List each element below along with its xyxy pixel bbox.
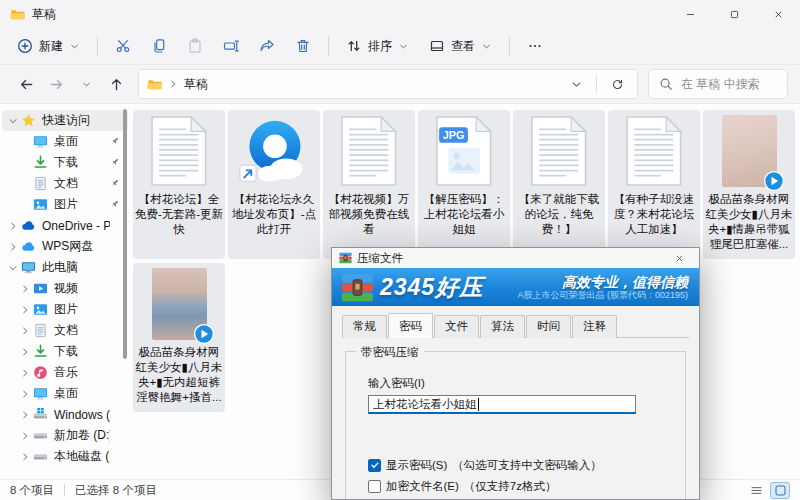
brand-name: 2345好压 <box>380 272 483 303</box>
sidebar-item-this-pc[interactable]: 此电脑 <box>2 257 128 278</box>
view-toggles <box>746 482 790 499</box>
toolbar-more-button[interactable] <box>518 32 552 60</box>
more-icon <box>527 38 543 54</box>
search-input[interactable] <box>681 77 777 91</box>
maximize-button[interactable] <box>712 0 756 28</box>
toolbar-new-button[interactable]: 新建 <box>8 32 89 61</box>
address-bar: 草稿 <box>0 64 800 104</box>
toolbar-delete-button[interactable] <box>286 32 320 60</box>
sidebar-item-drive-d[interactable]: 新加卷 (D:) <box>2 425 128 446</box>
text-caret <box>478 398 479 411</box>
refresh-button[interactable] <box>605 72 629 96</box>
sidebar-item-documents-qa[interactable]: 文档 <box>2 173 128 194</box>
password-input[interactable]: 上村花论坛看小姐姐 <box>368 395 636 414</box>
drive-icon <box>32 428 48 444</box>
chevron-down-icon[interactable] <box>6 261 20 275</box>
dialog-tab-1[interactable]: 密码 <box>388 313 433 338</box>
sidebar-item-documents[interactable]: 文档 <box>2 320 128 341</box>
chevron-right-icon[interactable] <box>18 303 32 317</box>
chevron-right-icon[interactable] <box>18 429 32 443</box>
drive-icon <box>32 449 48 465</box>
item-count: 8 个项目 <box>10 483 54 498</box>
recent-locations-dropdown[interactable] <box>72 70 100 98</box>
chevron-right-icon[interactable] <box>18 366 32 380</box>
navigation-pane: 快速访问桌面下载文档图片OneDrive - PersoWPS网盘此电脑视频图片… <box>0 104 130 479</box>
dialog-tab-2[interactable]: 文件 <box>434 315 479 338</box>
sidebar-item-desktop[interactable]: 桌面 <box>2 383 128 404</box>
pin-icon <box>109 157 120 168</box>
up-button[interactable] <box>102 70 130 98</box>
sidebar-item-label: 文档 <box>54 175 78 192</box>
document-icon <box>32 176 48 192</box>
toolbar-share-button[interactable] <box>250 32 284 60</box>
banner-text: 高效专业，值得信赖 A股上市公司荣誉出品 (股票代码：002195) <box>517 274 690 300</box>
brand-slogan: 高效专业，值得信赖 <box>562 274 688 290</box>
file-item[interactable]: 极品苗条身材网红美少女▮八月未央+▮情趣吊带狐狸尾巴肛塞催... <box>703 110 795 259</box>
forward-button[interactable] <box>42 70 70 98</box>
file-item[interactable]: JPG【解压密码】：上村花论坛看小姐姐 <box>418 110 510 259</box>
dialog-tab-5[interactable]: 注释 <box>572 315 617 338</box>
minimize-button[interactable] <box>668 0 712 28</box>
window-tab[interactable]: 草稿 <box>0 6 56 23</box>
close-button[interactable] <box>756 0 800 28</box>
chevron-right-icon[interactable] <box>18 408 32 422</box>
breadcrumb[interactable]: 草稿 <box>138 69 638 99</box>
sidebar-item-pictures-qa[interactable]: 图片 <box>2 194 128 215</box>
sidebar-item-drive-e[interactable]: 本地磁盘 (E:) <box>2 446 128 467</box>
sidebar-item-videos[interactable]: 视频 <box>2 278 128 299</box>
chevron-right-icon[interactable] <box>18 324 32 338</box>
dialog-tab-3[interactable]: 算法 <box>480 315 525 338</box>
dialog-tab-4[interactable]: 时间 <box>526 315 571 338</box>
paste-icon <box>187 38 203 54</box>
chevron-down-icon <box>69 41 80 52</box>
file-item[interactable]: 【有种子却没速度？来村花论坛人工加速】 <box>608 110 700 259</box>
sidebar-item-drive-c[interactable]: Windows (C:) <box>2 404 128 425</box>
window-titlebar: 草稿 <box>0 0 800 28</box>
encrypt-names-checkbox[interactable]: 加密文件名(E) （仅支持7z格式） <box>368 477 663 495</box>
show-password-checkbox[interactable]: 显示密码(S) （勾选可支持中文密码输入） <box>368 456 663 474</box>
chevron-right-icon[interactable] <box>6 240 20 254</box>
sidebar-item-onedrive[interactable]: OneDrive - Perso <box>2 215 128 236</box>
haozip-app-icon <box>339 252 352 264</box>
sidebar-item-downloads[interactable]: 下载 <box>2 341 128 362</box>
qq-browser-shortcut-file-icon <box>229 114 319 188</box>
sidebar-item-wps-cloud[interactable]: WPS网盘 <box>2 236 128 257</box>
chevron-right-icon[interactable] <box>18 282 32 296</box>
breadcrumb-folder[interactable]: 草稿 <box>184 76 208 93</box>
chevron-right-icon[interactable] <box>18 345 32 359</box>
toolbar-divider <box>97 36 98 56</box>
file-item[interactable]: 极品苗条身材网红美少女▮八月未央+▮无内超短裤淫臀艳舞+搔首... <box>133 263 225 412</box>
toolbar-paste-button[interactable] <box>178 32 212 60</box>
chevron-down-icon[interactable] <box>6 114 20 128</box>
sidebar-item-label: 下载 <box>54 154 78 171</box>
sidebar-item-quick-access[interactable]: 快速访问 <box>2 110 128 131</box>
dialog-close-button[interactable] <box>666 249 692 267</box>
dialog-tab-0[interactable]: 常规 <box>342 315 387 338</box>
address-dropdown-chevron[interactable] <box>564 72 588 96</box>
file-item[interactable]: 【村花论坛永久地址发布页】-点此打开 <box>228 110 320 259</box>
thumbnail-view-button[interactable] <box>770 482 790 499</box>
list-view-button[interactable] <box>746 482 766 499</box>
toolbar-copy-button[interactable] <box>142 32 176 60</box>
search-box[interactable] <box>648 69 788 99</box>
sidebar-item-music[interactable]: 音乐 <box>2 362 128 383</box>
back-button[interactable] <box>12 70 40 98</box>
file-item[interactable]: 【来了就能下载的论坛，纯免费！】 <box>513 110 605 259</box>
sidebar-item-pictures[interactable]: 图片 <box>2 299 128 320</box>
cloud-wps-icon <box>20 239 36 255</box>
sidebar-item-downloads-qa[interactable]: 下载 <box>2 152 128 173</box>
sidebar-item-label: 视频 <box>54 280 78 297</box>
toolbar-view-button[interactable]: 查看 <box>420 32 501 61</box>
chevron-right-icon[interactable] <box>6 219 20 233</box>
chevron-right-icon[interactable] <box>18 387 32 401</box>
file-item[interactable]: 【村花视频】万部视频免费在线看 <box>323 110 415 259</box>
toolbar-rename-button[interactable] <box>214 32 248 60</box>
chevron-right-icon[interactable] <box>18 450 32 464</box>
sidebar-scrollbar[interactable] <box>123 109 127 359</box>
dialog-titlebar[interactable]: 压缩文件 <box>332 248 699 268</box>
sidebar-item-desktop-qa[interactable]: 桌面 <box>2 131 128 152</box>
toolbar-divider <box>328 36 329 56</box>
file-item[interactable]: 【村花论坛】全免费-无套路-更新快 <box>133 110 225 259</box>
toolbar-sort-button[interactable]: 排序 <box>337 32 418 61</box>
toolbar-cut-button[interactable] <box>106 32 140 60</box>
